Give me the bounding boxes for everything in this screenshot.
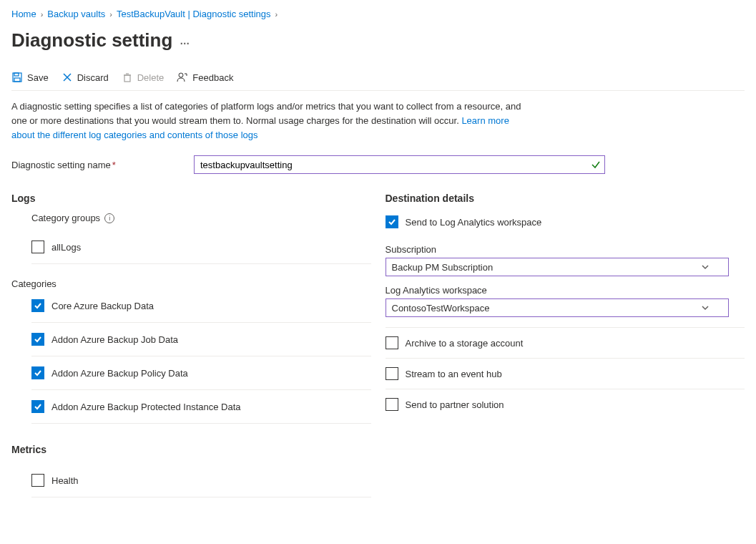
log-analytics-block: Send to Log Analytics workspace Subscrip… (386, 213, 745, 328)
category-label: Core Azure Backup Data (51, 301, 154, 311)
logs-column: Logs Category groups i allLogs Categorie… (11, 187, 371, 497)
health-label: Health (51, 475, 79, 486)
breadcrumb: Home › Backup vaults › TestBackupVault |… (11, 6, 745, 24)
destination-column: Destination details Send to Log Analytic… (386, 187, 745, 497)
delete-icon (122, 72, 133, 83)
valid-check-icon (591, 160, 601, 170)
svg-point-8 (179, 73, 183, 77)
archive-label: Archive to a storage account (406, 338, 524, 349)
category-row: Addon Azure Backup Job Data (31, 323, 371, 356)
destination-title: Destination details (386, 193, 745, 204)
category-label: Addon Azure Backup Job Data (51, 334, 178, 345)
feedback-button[interactable]: Feedback (177, 72, 233, 83)
discard-button[interactable]: Discard (62, 72, 109, 83)
feedback-icon (177, 72, 188, 83)
metrics-title: Metrics (11, 444, 371, 455)
diagnostic-name-input[interactable] (194, 155, 605, 174)
chevron-right-icon: › (109, 10, 112, 19)
logs-title: Logs (11, 193, 371, 204)
category-groups-label: Category groups i (31, 213, 371, 223)
subscription-label: Subscription (386, 244, 745, 255)
category-checkbox-policy[interactable] (31, 366, 44, 379)
subscription-select[interactable]: Backup PM Subscription (386, 258, 729, 276)
breadcrumb-home[interactable]: Home (11, 9, 36, 19)
more-actions-button[interactable]: … (180, 35, 191, 47)
metrics-health-row: Health (31, 464, 371, 497)
save-button[interactable]: Save (11, 72, 49, 83)
category-checkbox-core[interactable] (31, 299, 44, 312)
chevron-right-icon: › (41, 10, 44, 19)
send-la-checkbox[interactable] (386, 215, 398, 228)
intro-text: A diagnostic setting specifies a list of… (11, 91, 526, 145)
save-icon (11, 72, 23, 83)
diagnostic-name-label: Diagnostic setting name* (11, 160, 194, 170)
health-checkbox[interactable] (31, 474, 44, 487)
chevron-down-icon (701, 263, 710, 271)
stream-row: Stream to an event hub (386, 359, 745, 389)
page-title: Diagnostic setting … (11, 29, 745, 52)
category-row: Core Azure Backup Data (31, 289, 371, 323)
category-checkbox-job[interactable] (31, 333, 44, 346)
category-row: Addon Azure Backup Protected Instance Da… (31, 390, 371, 424)
info-icon[interactable]: i (104, 213, 114, 223)
category-checkbox-protected[interactable] (31, 400, 44, 413)
category-row: Addon Azure Backup Policy Data (31, 356, 371, 390)
send-la-label: Send to Log Analytics workspace (406, 217, 542, 228)
breadcrumb-current[interactable]: TestBackupVault | Diagnostic settings (117, 9, 271, 19)
category-label: Addon Azure Backup Protected Instance Da… (51, 402, 241, 412)
categories-label: Categories (11, 278, 371, 289)
svg-rect-5 (124, 75, 130, 82)
category-label: Addon Azure Backup Policy Data (51, 368, 188, 379)
chevron-down-icon (701, 303, 710, 312)
stream-checkbox[interactable] (386, 367, 398, 380)
svg-rect-1 (14, 73, 19, 76)
archive-checkbox[interactable] (386, 336, 398, 349)
chevron-right-icon: › (275, 10, 278, 19)
svg-rect-2 (14, 78, 20, 82)
toolbar: Save Discard Delete Feedback (11, 54, 745, 91)
alllogs-row: allLogs (31, 230, 371, 264)
stream-label: Stream to an event hub (406, 369, 502, 379)
archive-row: Archive to a storage account (386, 328, 745, 359)
partner-checkbox[interactable] (386, 398, 398, 411)
workspace-select[interactable]: ContosoTestWorkspace (386, 298, 729, 317)
breadcrumb-backup-vaults[interactable]: Backup vaults (47, 9, 105, 19)
partner-row: Send to partner solution (386, 389, 745, 419)
partner-label: Send to partner solution (406, 399, 504, 410)
delete-button: Delete (122, 72, 165, 83)
workspace-label: Log Analytics workspace (386, 285, 745, 296)
close-icon (62, 72, 73, 83)
diagnostic-name-row: Diagnostic setting name* (11, 155, 745, 174)
alllogs-checkbox[interactable] (31, 241, 44, 253)
alllogs-label: allLogs (51, 242, 81, 253)
